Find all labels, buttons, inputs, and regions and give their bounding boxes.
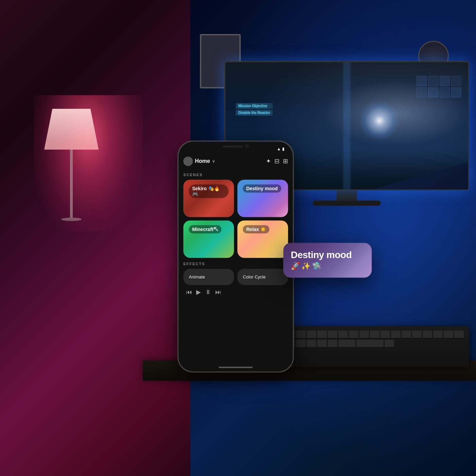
scene-card-minecraft[interactable]: Minecraft⛏ [183, 220, 234, 258]
transport-controls: ⏮ ▶ ⏸ ⏭ [183, 288, 288, 296]
power-button[interactable] [293, 186, 293, 206]
scene-label-relax: Relax ☀️ [243, 225, 269, 233]
phone-wrapper: ▲ ▮ Home ∨ ✦ ⊟ ⊞ [178, 141, 293, 372]
monitor-stand [337, 190, 357, 201]
phone-screen: ▲ ▮ Home ∨ ✦ ⊟ ⊞ [178, 141, 293, 371]
wifi-icon: ▲ [277, 147, 281, 151]
home-location[interactable]: Home ∨ [183, 156, 215, 166]
destiny-mood-tooltip[interactable]: Destiny mood 🚀✨🛸 [283, 243, 372, 277]
phone: ▲ ▮ Home ∨ ✦ ⊟ ⊞ [178, 141, 293, 372]
skip-forward-button[interactable]: ⏭ [215, 289, 221, 296]
play-button[interactable]: ▶ [196, 288, 201, 296]
app-content: Home ∨ ✦ ⊟ ⊞ SCENES Sekiro 🎭🔥🎮 [178, 154, 293, 371]
color-cycle-button[interactable]: Color Cycle [237, 269, 288, 285]
calendar-icon[interactable]: ⊞ [283, 157, 288, 165]
tooltip-emoji: 🚀✨🛸 [291, 262, 364, 271]
phone-notch [215, 141, 256, 151]
home-indicator [219, 367, 253, 368]
effects-grid: Animate Color Cycle [183, 269, 288, 285]
scene-card-relax[interactable]: Relax ☀️ [237, 220, 288, 258]
scene-label-minecraft: Minecraft⛏ [189, 225, 221, 233]
scene-label-sekiro: Sekiro 🎭🔥🎮 [189, 184, 228, 198]
home-label-text: Home [195, 158, 210, 164]
animate-button[interactable]: Animate [183, 269, 234, 285]
monitor-base [313, 201, 381, 206]
scene-label-destiny: Destiny mood [243, 184, 281, 192]
game-light-source [359, 100, 400, 141]
battery-icon: ▮ [282, 147, 285, 151]
effects-section-label: EFFECTS [183, 262, 288, 266]
hud-line-2: Disable the Reactor [236, 110, 273, 116]
skip-back-button[interactable]: ⏮ [186, 289, 192, 296]
scene-card-sekiro[interactable]: Sekiro 🎭🔥🎮 [183, 180, 234, 217]
location-avatar [183, 156, 193, 166]
app-header: Home ∨ ✦ ⊟ ⊞ [183, 154, 288, 169]
front-camera [245, 144, 249, 148]
scenes-section-label: SCENES [183, 173, 288, 177]
lamp [44, 109, 99, 221]
automation-icon[interactable]: ✦ [266, 157, 271, 165]
hud-line-1: Mission Objective [236, 103, 273, 109]
tooltip-title: Destiny mood [291, 250, 364, 260]
status-icons: ▲ ▮ [277, 147, 285, 151]
game-grid [417, 76, 461, 98]
game-hud: Mission Objective Disable the Reactor [236, 103, 273, 117]
pause-button[interactable]: ⏸ [205, 289, 211, 296]
scenes-grid: Sekiro 🎭🔥🎮 Destiny mood Minecraft⛏ Relax… [183, 180, 288, 258]
header-actions: ✦ ⊟ ⊞ [266, 157, 288, 165]
animate-label: Animate [189, 274, 205, 279]
scene-card-destiny[interactable]: Destiny mood [237, 180, 288, 217]
color-cycle-label: Color Cycle [243, 274, 266, 279]
chevron-down-icon: ∨ [212, 159, 215, 164]
speaker-grille [223, 146, 243, 147]
devices-icon[interactable]: ⊟ [274, 157, 279, 165]
